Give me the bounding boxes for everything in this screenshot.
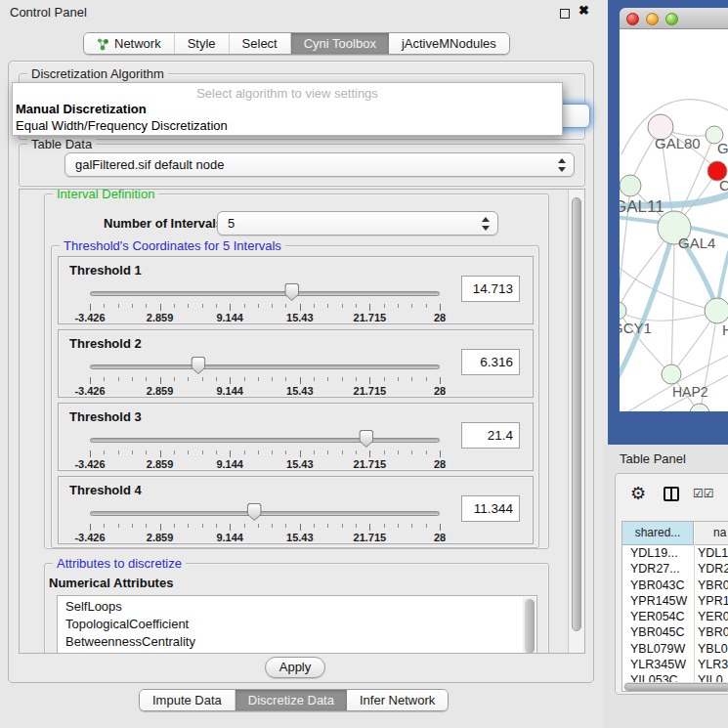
slider-track[interactable] bbox=[90, 438, 440, 443]
slider-thumb[interactable] bbox=[191, 357, 205, 374]
slider-tick bbox=[132, 524, 133, 528]
slider-thumb[interactable] bbox=[284, 283, 299, 301]
attribute-list-item[interactable]: SelfLoops bbox=[58, 598, 536, 616]
close-icon[interactable]: ✖ bbox=[578, 3, 589, 18]
table-row[interactable]: YBL079WYBL0 bbox=[622, 641, 728, 657]
number-of-intervals-combobox[interactable]: 5 bbox=[217, 211, 498, 236]
slider-tick bbox=[356, 450, 357, 454]
list-scrollbar[interactable] bbox=[523, 597, 535, 653]
table-row[interactable]: YPR145WYPR1 bbox=[622, 593, 728, 609]
slider-track[interactable] bbox=[90, 364, 440, 369]
slider-tick bbox=[132, 377, 133, 381]
select-columns-icon[interactable]: ☑☑ bbox=[693, 487, 714, 500]
tab-impute-data[interactable]: Impute Data bbox=[140, 690, 236, 710]
table-header: shared... na bbox=[622, 522, 728, 545]
gear-icon[interactable]: ⚙ bbox=[630, 483, 646, 504]
table-cell-name[interactable]: YLR3 bbox=[698, 657, 728, 672]
slider-thumb[interactable] bbox=[247, 503, 262, 521]
apply-button[interactable]: Apply bbox=[265, 657, 325, 678]
slider-thumb[interactable] bbox=[359, 430, 373, 448]
slider-tick bbox=[440, 450, 441, 457]
slider-tick bbox=[146, 450, 147, 454]
table-cell-name[interactable]: YDR2 bbox=[698, 561, 728, 577]
table-cell-shared-name[interactable]: YDR27... bbox=[630, 561, 680, 577]
table-cell-shared-name[interactable]: YPR145W bbox=[630, 593, 687, 609]
dropdown-option-equal-width[interactable]: Equal Width/Frequency Discretization bbox=[13, 117, 562, 134]
table-cell-name[interactable]: YBL0 bbox=[698, 641, 728, 657]
float-window-icon[interactable] bbox=[560, 9, 570, 19]
column-header-name[interactable]: na bbox=[695, 522, 728, 545]
slider-tick bbox=[132, 450, 133, 454]
table-panel-box: ⚙ ☑☑ shared... na YDL19...YDL1YDR27...YD… bbox=[615, 473, 728, 695]
slider-tick bbox=[272, 377, 273, 381]
column-layout-icon[interactable] bbox=[664, 487, 679, 501]
threshold-label: Threshold 4 bbox=[69, 483, 142, 497]
network-node[interactable] bbox=[705, 298, 728, 323]
settings-scrollbar-thumb[interactable] bbox=[572, 197, 581, 631]
table-cell-shared-name[interactable]: YBL079W bbox=[630, 641, 685, 657]
threshold-value-field[interactable] bbox=[461, 495, 520, 522]
slider-track[interactable] bbox=[90, 511, 440, 516]
network-node[interactable] bbox=[620, 302, 626, 320]
tab-cyni-toolbox[interactable]: Cyni Toolbox bbox=[291, 33, 389, 54]
table-row[interactable]: YDR27...YDR2 bbox=[622, 561, 728, 577]
table-row[interactable]: YBR043CYBR0 bbox=[622, 578, 728, 593]
tab-jactivemnodules[interactable]: jActiveMNodules bbox=[389, 33, 509, 54]
table-hscrollbar-thumb[interactable] bbox=[624, 683, 728, 691]
network-canvas[interactable]: GAL80GACGAL11GAL4GCY1HHAP2 bbox=[620, 29, 728, 411]
attribute-list-item[interactable]: BetweennessCentrality bbox=[58, 633, 536, 651]
slider-tick bbox=[369, 304, 370, 311]
table-cell-name[interactable]: YBR0 bbox=[698, 578, 728, 593]
algorithm-dropdown-popup: Select algorithm to view settings Manual… bbox=[12, 82, 563, 136]
table-cell-shared-name[interactable]: YBR043C bbox=[630, 578, 685, 593]
network-node[interactable] bbox=[662, 364, 681, 384]
table-cell-shared-name[interactable]: YDL19... bbox=[630, 545, 678, 561]
table-row[interactable]: YLR345WYLR3 bbox=[622, 657, 728, 672]
attribute-list-item[interactable]: TopologicalCoefficient bbox=[58, 616, 536, 633]
traffic-light-close-icon[interactable] bbox=[626, 13, 639, 25]
table-cell-shared-name[interactable]: YLR345W bbox=[630, 657, 686, 672]
settings-scrollbar[interactable] bbox=[568, 190, 584, 653]
network-window-titlebar[interactable] bbox=[620, 8, 728, 29]
table-data-combobox[interactable]: galFiltered.sif default node bbox=[64, 152, 575, 177]
tab-style[interactable]: Style bbox=[175, 33, 230, 54]
table-cell-name[interactable]: YER0 bbox=[698, 609, 728, 624]
table-row[interactable]: YER054CYER0 bbox=[622, 609, 728, 624]
network-edge[interactable] bbox=[671, 228, 674, 374]
tab-network[interactable]: Network bbox=[84, 33, 175, 54]
slider-tick bbox=[104, 524, 105, 528]
tab-select[interactable]: Select bbox=[230, 33, 291, 54]
threshold-value-field[interactable] bbox=[461, 349, 520, 375]
numerical-attributes-list[interactable]: SelfLoopsTopologicalCoefficientBetweenne… bbox=[57, 595, 537, 653]
slider-tick-label: 28 bbox=[434, 312, 446, 323]
list-scrollbar-thumb[interactable] bbox=[525, 599, 535, 653]
table-cell-name[interactable]: YDL1 bbox=[698, 545, 728, 561]
slider-tick bbox=[160, 524, 161, 531]
threshold-value-field[interactable] bbox=[461, 276, 520, 302]
slider-tick bbox=[411, 450, 412, 454]
slider-tick bbox=[216, 304, 217, 308]
table-row[interactable]: YDL19...YDL1 bbox=[622, 545, 728, 561]
table-cell-name[interactable]: YBR0 bbox=[698, 624, 728, 640]
slider-tick-label: 28 bbox=[434, 458, 446, 470]
dropdown-option-manual[interactable]: Manual Discretization bbox=[13, 101, 562, 117]
network-svg: GAL80GACGAL11GAL4GCY1HHAP2 bbox=[620, 29, 728, 411]
tab-infer-network[interactable]: Infer Network bbox=[347, 690, 448, 710]
table-cell-shared-name[interactable]: YER054C bbox=[630, 609, 685, 624]
table-hscrollbar[interactable] bbox=[623, 682, 728, 691]
threshold-value-field[interactable] bbox=[461, 422, 520, 449]
tab-discretize-data[interactable]: Discretize Data bbox=[236, 690, 347, 710]
control-panel-title: Control Panel bbox=[10, 5, 87, 20]
slider-tick bbox=[244, 524, 245, 528]
traffic-light-minimize-icon[interactable] bbox=[646, 13, 659, 25]
column-header-shared-name[interactable]: shared... bbox=[622, 522, 694, 545]
traffic-light-zoom-icon[interactable] bbox=[665, 13, 678, 25]
slider-tick bbox=[132, 304, 133, 308]
network-node[interactable] bbox=[620, 175, 641, 196]
table-row[interactable]: YBR045CYBR0 bbox=[622, 624, 728, 640]
slider-tick bbox=[202, 377, 203, 381]
table-cell-name[interactable]: YPR1 bbox=[698, 593, 728, 609]
slider-track[interactable] bbox=[90, 291, 440, 296]
network-edge[interactable] bbox=[620, 228, 674, 383]
table-cell-shared-name[interactable]: YBR045C bbox=[630, 624, 685, 640]
